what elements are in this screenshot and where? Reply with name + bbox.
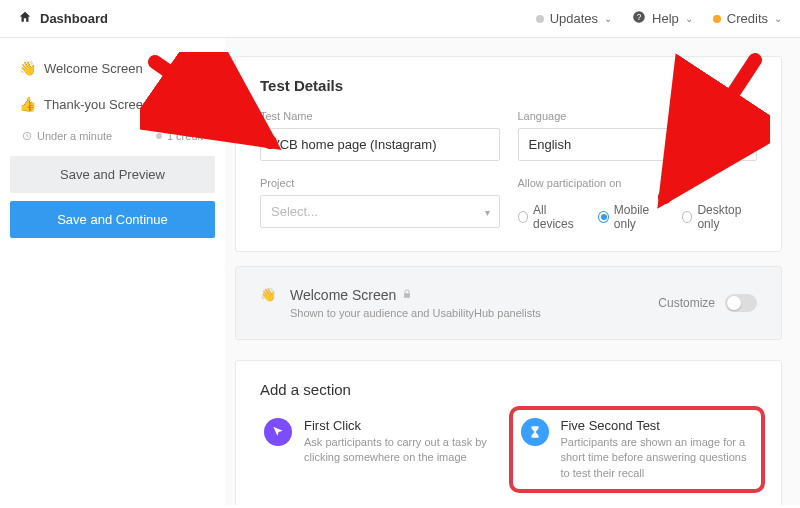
- updates-menu[interactable]: Updates ⌄: [536, 11, 612, 26]
- test-details-panel: Test Details Test Name Language English …: [235, 56, 782, 252]
- welcome-title: Welcome Screen: [290, 287, 396, 303]
- chevron-down-icon: ⌄: [604, 13, 612, 24]
- help-label: Help: [652, 11, 679, 26]
- save-continue-button[interactable]: Save and Continue: [10, 201, 215, 238]
- tile-subtitle: Ask participants to carry out a task by …: [304, 435, 497, 466]
- help-menu[interactable]: ? Help ⌄: [632, 10, 693, 27]
- credits-menu[interactable]: Credits ⌄: [713, 11, 782, 26]
- radio-desktop-only[interactable]: Desktop only: [682, 203, 757, 231]
- language-select[interactable]: English ▾: [518, 128, 758, 161]
- language-label: Language: [518, 110, 758, 122]
- tile-first-click[interactable]: First Click Ask participants to carry ou…: [260, 414, 501, 485]
- tile-subtitle: Participants are shown an image for a sh…: [561, 435, 754, 481]
- svg-text:?: ?: [637, 13, 642, 22]
- test-name-input[interactable]: [260, 128, 500, 161]
- radio-mobile-only[interactable]: Mobile only: [598, 203, 666, 231]
- home-icon: [18, 10, 32, 27]
- radio-label: All devices: [533, 203, 582, 231]
- wave-icon: 👋: [20, 60, 34, 76]
- sidebar-item-welcome[interactable]: 👋 Welcome Screen: [10, 50, 215, 86]
- chevron-down-icon: ⌄: [685, 13, 693, 24]
- test-name-label: Test Name: [260, 110, 500, 122]
- participation-label: Allow participation on: [518, 177, 758, 189]
- status-dot-icon: [536, 15, 544, 23]
- radio-label: Mobile only: [614, 203, 666, 231]
- help-icon: ?: [632, 10, 646, 27]
- credits-text: 1 credit: [167, 130, 203, 142]
- tile-five-second-test[interactable]: Five Second Test Participants are shown …: [517, 414, 758, 485]
- clock-icon: [22, 131, 32, 141]
- add-section-panel: Add a section First Click Ask participan…: [235, 360, 782, 505]
- radio-all-devices[interactable]: All devices: [518, 203, 583, 231]
- panel-title: Test Details: [260, 77, 757, 94]
- sidebar-item-thankyou[interactable]: 👍 Thank-you Screen: [10, 86, 215, 122]
- credit-dot-icon: [156, 133, 162, 139]
- project-select[interactable]: Select... ▾: [260, 195, 500, 228]
- customize-label: Customize: [658, 296, 715, 310]
- tile-title: First Click: [304, 418, 497, 433]
- updates-label: Updates: [550, 11, 598, 26]
- sidebar-item-label: Welcome Screen: [44, 61, 143, 76]
- radio-icon: [518, 211, 529, 223]
- duration-meta: Under a minute: [22, 130, 112, 142]
- project-label: Project: [260, 177, 500, 189]
- customize-toggle[interactable]: [725, 294, 757, 312]
- lock-icon: [402, 289, 412, 301]
- wave-icon: 👋: [260, 287, 276, 302]
- radio-icon: [598, 211, 609, 223]
- radio-icon: [682, 211, 693, 223]
- language-value: English: [518, 128, 758, 161]
- hourglass-icon: [521, 418, 549, 446]
- welcome-screen-panel: 👋 Welcome Screen Shown to your audience …: [235, 266, 782, 340]
- chevron-down-icon: ⌄: [774, 13, 782, 24]
- welcome-subtitle: Shown to your audience and UsabilityHub …: [290, 307, 541, 319]
- tile-title: Five Second Test: [561, 418, 754, 433]
- dashboard-link[interactable]: Dashboard: [18, 10, 108, 27]
- credits-label: Credits: [727, 11, 768, 26]
- thumbs-up-icon: 👍: [20, 96, 34, 112]
- add-section-title: Add a section: [260, 381, 757, 398]
- radio-label: Desktop only: [697, 203, 757, 231]
- dashboard-label: Dashboard: [40, 11, 108, 26]
- project-placeholder: Select...: [260, 195, 500, 228]
- duration-text: Under a minute: [37, 130, 112, 142]
- sidebar-item-label: Thank-you Screen: [44, 97, 150, 112]
- credit-dot-icon: [713, 15, 721, 23]
- cursor-icon: [264, 418, 292, 446]
- save-preview-button[interactable]: Save and Preview: [10, 156, 215, 193]
- credits-meta: 1 credit: [156, 130, 203, 142]
